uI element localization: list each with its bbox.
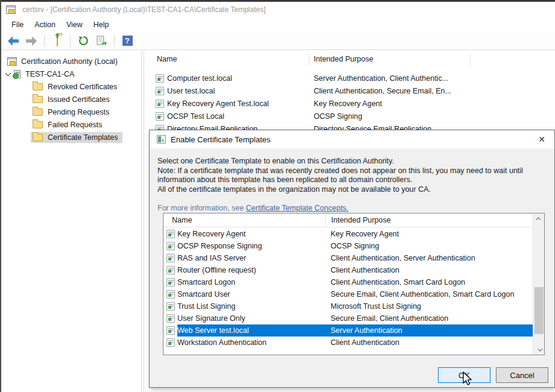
folder-icon xyxy=(33,134,43,141)
certificate-template-icon xyxy=(166,254,175,262)
main-list-header: Name Intended Purpose xyxy=(145,52,555,68)
tree-item-pending-requests[interactable]: Pending Requests xyxy=(1,106,141,118)
scrollbar-thumb[interactable] xyxy=(534,287,544,334)
close-icon[interactable]: ✕ xyxy=(533,130,551,148)
template-row-user-signature-only[interactable]: User Signature OnlySecure Email, Client … xyxy=(163,312,533,324)
tree-item-certificate-templates[interactable]: Certificate Templates xyxy=(1,131,141,144)
tree-item-label: Failed Requests xyxy=(46,120,104,130)
template-row-ras-and-ias-server[interactable]: RAS and IAS ServerClient Authentication,… xyxy=(163,252,533,264)
row-purpose: OCSP Signing xyxy=(331,242,533,250)
cancel-button[interactable]: Cancel xyxy=(496,367,548,383)
tree-item-issued-certificates[interactable]: Issued Certificates xyxy=(1,93,141,106)
export-list-button[interactable] xyxy=(94,34,109,48)
tree-item-failed-requests[interactable]: Failed Requests xyxy=(1,118,141,131)
instruction-line: All of the certificate templates in the … xyxy=(157,185,551,195)
row-purpose: Secure Email, Client Authentication, Sma… xyxy=(331,290,533,299)
menu-action[interactable]: Action xyxy=(29,19,61,31)
tree-item-label: Issued Certificates xyxy=(46,95,112,104)
column-header-name[interactable]: Name xyxy=(157,55,177,63)
vertical-scrollbar[interactable] xyxy=(533,213,544,355)
row-purpose: Client Authentication xyxy=(331,266,533,274)
column-header-purpose[interactable]: Intended Purpose xyxy=(331,216,391,224)
column-divider[interactable] xyxy=(309,54,309,66)
row-name: RAS and IAS Server xyxy=(177,254,331,262)
row-name: Smartcard Logon xyxy=(177,278,331,286)
template-row-smartcard-logon[interactable]: Smartcard LogonClient Authentication, Sm… xyxy=(163,276,533,288)
template-row-web-server-selected[interactable]: Web Server test.localServer Authenticati… xyxy=(163,324,533,337)
template-row-ocsp-response-signing[interactable]: OCSP Response SigningOCSP Signing xyxy=(163,240,533,252)
certificate-template-icon xyxy=(166,338,175,347)
title-bar[interactable]: certsrv - [Certification Authority (Loca… xyxy=(1,2,555,17)
certificate-template-icon xyxy=(166,242,175,250)
dialog-title-bar[interactable]: Enable Certificate Templates ✕ xyxy=(150,130,554,148)
scroll-up-button[interactable] xyxy=(533,213,545,224)
more-info-line: For more information, see Certificate Te… xyxy=(157,204,349,212)
chevron-down-icon xyxy=(538,346,542,351)
row-purpose: Key Recovery Agent xyxy=(314,100,382,108)
template-row-trust-list-signing[interactable]: Trust List SigningMicrosoft Trust List S… xyxy=(163,300,533,312)
refresh-button[interactable] xyxy=(76,34,90,48)
column-divider[interactable] xyxy=(325,215,326,226)
tree-item-label: Certificate Templates xyxy=(46,133,121,142)
link-prefix: For more information, see xyxy=(157,204,246,212)
list-row-user[interactable]: User test.local Client Authentication, S… xyxy=(145,84,555,97)
row-name: Key Recovery Agent xyxy=(177,230,331,238)
dialog-title: Enable Certificate Templates xyxy=(171,135,270,144)
template-row-smartcard-user[interactable]: Smartcard UserSecure Email, Client Authe… xyxy=(163,288,533,300)
tree-ca-label: TEST-CA1-CA xyxy=(24,69,77,79)
column-header-name[interactable]: Name xyxy=(172,216,192,224)
scroll-down-button[interactable] xyxy=(533,344,545,355)
certificate-template-icon xyxy=(166,230,175,238)
menu-help[interactable]: Help xyxy=(88,19,115,31)
tree-root-certification-authority[interactable]: Certification Authority (Local) xyxy=(1,55,141,68)
folder-icon xyxy=(33,83,43,90)
certificate-template-icon xyxy=(156,87,164,95)
row-purpose: OCSP Signing xyxy=(314,112,362,121)
chevron-down-icon[interactable] xyxy=(5,70,11,76)
menu-bar: File Action View Help xyxy=(1,17,555,32)
template-row-key-recovery-agent[interactable]: Key Recovery AgentKey Recovery Agent xyxy=(163,228,533,240)
toolbar-separator xyxy=(114,35,115,47)
menu-file[interactable]: File xyxy=(6,19,29,31)
row-purpose: Client Authentication xyxy=(331,338,533,347)
pane-splitter[interactable] xyxy=(141,51,144,392)
row-name: Key Recovery Agent Test.local xyxy=(167,100,269,108)
tree-item-revoked-certificates[interactable]: Revoked Certificates xyxy=(1,80,141,93)
certificate-template-icon xyxy=(156,74,164,83)
tree-item-ca[interactable]: TEST-CA1-CA xyxy=(1,68,141,80)
dialog-icon xyxy=(157,135,166,144)
up-folder-button[interactable] xyxy=(50,34,65,48)
column-header-purpose[interactable]: Intended Purpose xyxy=(314,55,373,63)
certificate-template-icon xyxy=(156,112,164,121)
template-row-workstation-authentication[interactable]: Workstation AuthenticationClient Authent… xyxy=(163,337,533,349)
certificate-template-icon xyxy=(166,326,175,335)
row-purpose: Client Authentication, Smart Card Logon xyxy=(331,278,533,286)
forward-button[interactable] xyxy=(24,34,39,48)
enable-certificate-templates-dialog: Enable Certificate Templates ✕ Select on… xyxy=(149,130,555,388)
column-divider[interactable] xyxy=(470,54,471,66)
window-title: certsrv - [Certification Authority (Loca… xyxy=(22,5,265,14)
menu-view[interactable]: View xyxy=(61,19,88,31)
chevron-up-icon xyxy=(536,217,541,222)
row-name: Router (Offline request) xyxy=(177,266,331,274)
certsrv-window: certsrv - [Certification Authority (Loca… xyxy=(0,0,555,392)
certificate-template-concepts-link[interactable]: Certificate Template Concepts. xyxy=(246,204,349,212)
row-purpose: Client Authentication, Server Authentica… xyxy=(331,254,533,262)
row-name: Workstation Authentication xyxy=(177,338,331,347)
toolbar: ? xyxy=(1,32,555,50)
list-row-key-recovery-agent[interactable]: Key Recovery Agent Test.local Key Recove… xyxy=(145,97,555,110)
mouse-cursor xyxy=(460,371,473,387)
help-icon: ? xyxy=(122,36,133,46)
help-button[interactable]: ? xyxy=(120,34,135,48)
template-row-router-offline-request[interactable]: Router (Offline request)Client Authentic… xyxy=(163,264,533,276)
row-purpose: Server Authentication, Client Authentic.… xyxy=(314,74,448,83)
list-row-computer[interactable]: Computer test.local Server Authenticatio… xyxy=(145,72,555,84)
forward-icon xyxy=(26,36,37,46)
tree-item-label: Pending Requests xyxy=(46,107,112,117)
list-row-ocsp[interactable]: OCSP Test Local OCSP Signing xyxy=(145,110,555,122)
main-list-rows: Computer test.local Server Authenticatio… xyxy=(145,72,555,135)
back-button[interactable] xyxy=(6,34,21,48)
tree-item-label: Revoked Certificates xyxy=(46,82,119,92)
template-listbox: Name Intended Purpose Key Recovery Agent… xyxy=(163,213,545,355)
toolbar-separator xyxy=(44,35,45,47)
